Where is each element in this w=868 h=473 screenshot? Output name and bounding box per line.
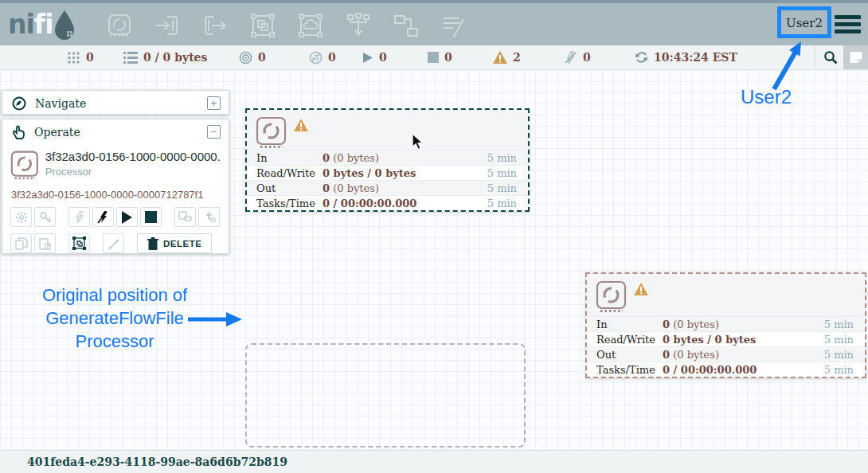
remote-process-group-icon[interactable] (296, 11, 324, 39)
component-type: Processor (45, 166, 221, 178)
processor-header (587, 274, 865, 316)
status-bar-divider (815, 45, 815, 69)
selected-component-summary: 3f32a3d0-0156-1000-0000-0000... Processo… (2, 144, 229, 181)
stat-label: Tasks/Time (256, 197, 323, 209)
template-icon[interactable] (392, 11, 420, 39)
disable-button[interactable] (92, 207, 114, 227)
transmitting-icon (239, 51, 252, 64)
trash-icon (147, 237, 158, 250)
save-template-button[interactable] (174, 207, 196, 227)
paste-button[interactable] (34, 233, 56, 253)
copy-button[interactable] (10, 233, 32, 253)
user2-annotation-label: User2 (741, 86, 804, 108)
group-button[interactable] (68, 233, 90, 253)
stop-button[interactable] (140, 207, 162, 227)
queued-count: 0 / 0 bytes (143, 51, 207, 64)
disabled-count: 0 (583, 51, 591, 64)
upload-template-button[interactable] (198, 207, 220, 227)
original-position-annotation: Original position of GenerateFlowFile Pr… (22, 283, 207, 353)
navigate-panel: Navigate + (2, 90, 229, 115)
stat-window: 5 min (487, 182, 517, 194)
processor-generateflowfile-copy[interactable]: In 0 (0 bytes) 5 min Read/Write 0 bytes … (585, 272, 866, 378)
stat-window: 5 min (824, 364, 854, 376)
disabled-status: 0 (564, 45, 591, 69)
nifi-app-window: nifi (0, 0, 868, 473)
refresh-icon[interactable] (635, 51, 648, 64)
active-threads-icon (67, 51, 80, 64)
stat-label: Tasks/Time (596, 364, 663, 376)
process-group-icon[interactable] (248, 11, 276, 39)
original-position-outline (245, 343, 526, 448)
output-port-icon[interactable] (201, 11, 229, 39)
input-port-icon[interactable] (153, 11, 181, 39)
invalid-count: 2 (513, 51, 521, 64)
stat-value: 0 bytes / 0 bytes (663, 334, 824, 346)
delete-button[interactable]: DELETE (137, 233, 212, 253)
stat-row-taskstime: Tasks/Time 0 / 00:00:00.000 5 min (587, 362, 865, 377)
stat-window: 5 min (487, 167, 517, 179)
stat-label: Out (256, 182, 323, 194)
processor-type-icon (10, 150, 39, 181)
navigate-panel-header: Navigate + (2, 91, 229, 115)
stat-value: 0 (0 bytes) (663, 349, 824, 361)
global-menu-icon[interactable] (835, 15, 861, 37)
stopped-status: 0 (428, 45, 452, 69)
operate-panel-header: Operate − (2, 119, 229, 144)
stat-row-out: Out 0 (0 bytes) 5 min (587, 346, 865, 362)
operate-collapse-button[interactable]: − (207, 125, 221, 139)
processor-stats-table: In 0 (0 bytes) 5 min Read/Write 0 bytes … (247, 150, 528, 210)
operate-buttons-row-2: DELETE (2, 233, 229, 253)
component-toolbar (105, 11, 467, 39)
processor-generateflowfile-selected[interactable]: In 0 (0 bytes) 5 min Read/Write 0 bytes … (245, 108, 530, 212)
mouse-cursor (412, 133, 424, 150)
stat-window: 5 min (824, 349, 854, 361)
header-bar: nifi (0, 3, 868, 45)
flow-id: 401feda4-e293-4118-99ae-8a6d6b72b819 (27, 455, 287, 468)
configuration-button[interactable] (10, 207, 32, 227)
component-name: 3f32a3d0-0156-1000-0000-0000... (45, 150, 221, 163)
stat-label: Read/Write (256, 167, 323, 179)
funnel-icon[interactable] (344, 11, 372, 39)
stat-label: Out (596, 349, 663, 361)
queued-icon (123, 52, 138, 64)
running-icon (362, 52, 373, 64)
not-transmitting-status: 0 (309, 45, 336, 69)
stat-row-taskstime: Tasks/Time 0 / 00:00:00.000 5 min (247, 195, 528, 210)
user2-highlight-box (777, 6, 831, 38)
footer-bar: 401feda4-e293-4118-99ae-8a6d6b72b819 (0, 450, 868, 473)
stat-value: 0 / 00:00:00.000 (663, 364, 824, 376)
stat-window: 5 min (487, 197, 517, 209)
processor-type-icon (596, 280, 627, 313)
stat-window: 5 min (487, 152, 517, 164)
annotation-line-2: GenerateFlowFile (22, 307, 207, 330)
processor-icon[interactable] (105, 11, 133, 39)
start-button[interactable] (116, 207, 138, 227)
stopped-count: 0 (444, 51, 452, 64)
invalid-warning-icon (493, 51, 507, 64)
stat-label: In (256, 152, 323, 164)
running-count: 0 (379, 51, 387, 64)
logo-text-fi: fi (34, 8, 53, 41)
flow-settings-button[interactable] (843, 45, 868, 69)
transmitting-count: 0 (258, 51, 266, 64)
color-button[interactable] (103, 233, 124, 253)
annotation-line-3: Processor (22, 330, 207, 353)
search-button[interactable] (819, 45, 843, 69)
enable-button[interactable] (68, 207, 90, 227)
operate-buttons-row-1 (2, 207, 229, 227)
flow-settings-icon (850, 51, 862, 64)
operate-panel-title: Operate (34, 126, 207, 139)
stat-window: 5 min (824, 334, 854, 346)
refresh-status: 10:43:24 EST (635, 45, 737, 69)
label-icon[interactable] (440, 11, 467, 39)
access-policies-button[interactable] (34, 207, 56, 227)
hand-pointer-icon (12, 125, 25, 139)
compass-icon (12, 96, 26, 111)
navigate-expand-button[interactable]: + (207, 96, 221, 110)
active-threads-count: 0 (86, 51, 94, 64)
stat-label: In (596, 319, 663, 330)
logo-text-ni: ni (8, 8, 34, 41)
status-bar: 0 0 / 0 bytes 0 0 0 0 2 0 (0, 45, 868, 70)
active-threads-status: 0 (67, 45, 94, 69)
nifi-droplet-icon (53, 9, 76, 41)
